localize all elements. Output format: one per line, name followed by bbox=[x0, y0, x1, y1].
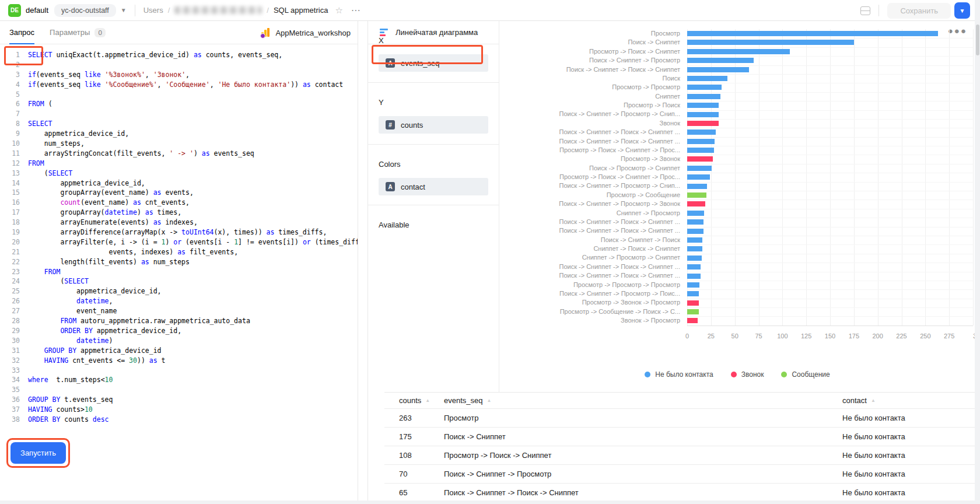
column-header-events_seq[interactable]: events_seq▲ bbox=[429, 393, 828, 408]
category-label: Сниппет -> Просмотр -> Сниппет bbox=[499, 253, 680, 262]
bar[interactable] bbox=[687, 229, 704, 234]
code-text: GROUP BY t.events_seq bbox=[20, 395, 113, 405]
row-gridline bbox=[687, 254, 973, 254]
bar[interactable] bbox=[687, 94, 720, 99]
bar[interactable] bbox=[687, 282, 699, 288]
folder-selector[interactable]: yc-doc-outstaff bbox=[54, 4, 116, 17]
code-text: groupArray(event_name) as events, bbox=[20, 188, 194, 198]
bar[interactable] bbox=[687, 49, 790, 54]
field-chip-counts[interactable]: #counts bbox=[379, 116, 488, 134]
bar[interactable] bbox=[687, 166, 712, 171]
field-chip-contact[interactable]: Acontact bbox=[379, 178, 488, 195]
bar[interactable] bbox=[687, 139, 715, 144]
field-chip-events_seq[interactable]: Aevents_seq bbox=[379, 54, 488, 72]
more-menu-icon[interactable]: ⋯ bbox=[351, 5, 361, 16]
row-gridline bbox=[687, 83, 973, 83]
bar[interactable] bbox=[687, 300, 699, 306]
bar[interactable] bbox=[687, 309, 699, 314]
chevron-down-icon[interactable]: ▼ bbox=[121, 7, 127, 13]
column-header-contact[interactable]: contact▲ bbox=[828, 393, 975, 408]
tab-Параметры[interactable]: Параметры0 bbox=[50, 21, 106, 44]
breadcrumb-root[interactable]: Users bbox=[144, 6, 163, 15]
x-tick-label: 125 bbox=[801, 332, 811, 340]
chart-x-axis-ticks: 02550751001251501752002252502753... bbox=[687, 332, 975, 342]
dataset-link[interactable]: AppMetrica_workshop bbox=[261, 21, 351, 44]
bar[interactable] bbox=[687, 130, 716, 135]
code-text: where t.num_steps<10 bbox=[20, 375, 113, 385]
table-row: 263ПросмотрНе было контакта bbox=[384, 409, 975, 428]
number-type-icon: # bbox=[386, 120, 395, 130]
code-text: GROUP BY appmetrica_device_id bbox=[20, 346, 162, 356]
legend-item[interactable]: Звонок bbox=[731, 370, 764, 379]
save-button[interactable]: Сохранить bbox=[887, 3, 951, 19]
legend-item[interactable]: Не было контакта bbox=[645, 370, 713, 379]
bar[interactable] bbox=[687, 211, 704, 216]
bar[interactable] bbox=[687, 219, 704, 225]
bar[interactable] bbox=[687, 40, 854, 45]
chart-type-label: Линейчатая диаграмма bbox=[396, 28, 478, 37]
run-query-button[interactable]: Запустить bbox=[10, 442, 66, 464]
code-line: 3if(events_seq like '%Звонок%', 'Звонок'… bbox=[0, 70, 358, 80]
category-label: Поиск -> Сниппет -> Поиск -> Сниппет ... bbox=[499, 262, 680, 271]
sql-code-area[interactable]: 1SELECT uniqExact(t.appmetrica_device_id… bbox=[0, 45, 358, 436]
line-number: 38 bbox=[0, 415, 20, 425]
bar[interactable] bbox=[687, 318, 698, 323]
code-line: 35 bbox=[0, 385, 358, 395]
row-gridline bbox=[687, 281, 973, 281]
tab-label: Запрос bbox=[9, 28, 34, 37]
bar[interactable] bbox=[687, 192, 706, 198]
favorite-star-icon[interactable]: ☆ bbox=[335, 5, 342, 16]
line-number: 12 bbox=[0, 159, 20, 169]
category-label: Просмотр -> Сообщение bbox=[499, 191, 680, 200]
code-line: 24 (SELECT bbox=[0, 276, 358, 286]
breadcrumb-separator: / bbox=[168, 6, 170, 15]
bar[interactable] bbox=[687, 246, 702, 251]
chart-type-selector[interactable]: Линейчатая диаграмма bbox=[368, 21, 499, 44]
legend-item[interactable]: Сообщение bbox=[781, 370, 830, 379]
bar[interactable] bbox=[687, 85, 722, 90]
bar[interactable] bbox=[687, 274, 701, 279]
bar[interactable] bbox=[687, 291, 699, 296]
row-gridline bbox=[687, 289, 973, 290]
chart-plot-area bbox=[687, 29, 973, 326]
table-cell: Поиск -> Сниппет -> Просмотр bbox=[429, 465, 828, 483]
bar[interactable] bbox=[687, 103, 719, 108]
category-label: Просмотр -> Поиск -> Сниппет bbox=[499, 47, 680, 56]
bar[interactable] bbox=[687, 264, 701, 270]
row-gridline bbox=[687, 173, 973, 173]
vertical-scrollbar[interactable] bbox=[976, 24, 979, 55]
row-gridline bbox=[687, 227, 973, 228]
bar[interactable] bbox=[687, 184, 707, 189]
bar[interactable] bbox=[687, 201, 705, 206]
save-dropdown-button[interactable]: ▼ bbox=[954, 2, 970, 19]
bar[interactable] bbox=[687, 67, 749, 72]
line-number: 29 bbox=[0, 326, 20, 336]
bar[interactable] bbox=[687, 31, 938, 36]
category-label: Звонок bbox=[499, 119, 680, 128]
bar[interactable] bbox=[687, 121, 719, 126]
panel-layout-icon[interactable] bbox=[860, 6, 870, 15]
line-number: 27 bbox=[0, 306, 20, 316]
column-header-counts[interactable]: counts▲ bbox=[384, 393, 429, 408]
code-text bbox=[20, 90, 28, 100]
category-label: Поиск -> Сниппет -> Поиск -> Сниппет bbox=[499, 65, 680, 74]
string-type-icon: A bbox=[386, 58, 395, 68]
bar[interactable] bbox=[687, 174, 710, 180]
bar[interactable] bbox=[687, 237, 702, 243]
bar[interactable] bbox=[687, 76, 727, 81]
category-label: Поиск -> Сниппет -> Просмотр -> Поис... bbox=[499, 289, 680, 298]
line-number: 30 bbox=[0, 336, 20, 346]
table-row: 108Просмотр -> Поиск -> СниппетНе было к… bbox=[384, 446, 975, 465]
bar[interactable] bbox=[687, 148, 714, 153]
category-label: Поиск -> Сниппет -> Просмотр -> Звонок bbox=[499, 200, 680, 208]
bar[interactable] bbox=[687, 58, 754, 63]
code-line: 9 appmetrica_device_id, bbox=[0, 129, 358, 139]
bar[interactable] bbox=[687, 112, 719, 117]
code-text: HAVING counts>10 bbox=[20, 405, 93, 415]
bar[interactable] bbox=[687, 156, 713, 162]
x-axis-line bbox=[687, 326, 973, 326]
tab-Запрос[interactable]: Запрос bbox=[9, 21, 34, 44]
bar[interactable] bbox=[687, 256, 702, 261]
code-text: appmetrica_device_id, bbox=[20, 129, 129, 139]
breadcrumb-separator: / bbox=[267, 6, 269, 15]
